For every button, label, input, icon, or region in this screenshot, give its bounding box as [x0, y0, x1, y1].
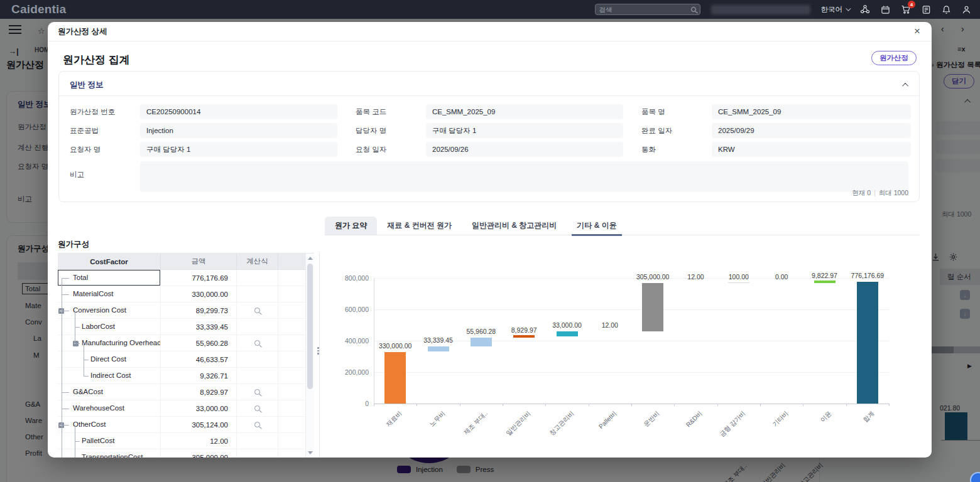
table-row[interactable]: OtherCost305,124.00: [58, 417, 314, 433]
language-selector[interactable]: 한국어: [821, 5, 850, 14]
formula-search-icon[interactable]: [254, 308, 260, 313]
splitter-handle-icon[interactable]: [317, 347, 319, 355]
costfactor-cell[interactable]: MaterialCost: [58, 286, 161, 302]
tab-2[interactable]: 재료 & 컨버전 원가: [377, 217, 462, 235]
formula-cell: [237, 270, 278, 286]
tree-guide-line: [75, 425, 75, 458]
field-value[interactable]: CE_SMM_2025_09: [712, 104, 911, 119]
costfactor-cell[interactable]: Indirect Cost: [58, 368, 161, 383]
field-value[interactable]: KRW: [712, 142, 911, 157]
table-row[interactable]: Total776,176.69: [58, 270, 314, 286]
amount-cell: 33,339.45: [161, 319, 237, 335]
field-label: 완료 일자: [641, 126, 712, 136]
costfactor-cell[interactable]: OtherCost: [58, 417, 161, 432]
formula-search-icon[interactable]: [254, 405, 260, 411]
field-value[interactable]: CE_SMM_2025_09: [426, 104, 623, 119]
table-row[interactable]: WarehouseCost33,000.00: [58, 400, 314, 417]
tab-1[interactable]: 원가 요약: [325, 217, 377, 235]
memo-icon[interactable]: [922, 5, 931, 14]
field-value[interactable]: 구매 담당자 1: [140, 142, 337, 157]
tree-item-label: WarehouseCost: [73, 400, 124, 416]
field-label: 요청 일자: [356, 145, 426, 154]
table-row[interactable]: PalletCost12.00: [58, 433, 314, 449]
scroll-up-icon[interactable]: [308, 257, 313, 260]
table-row[interactable]: Direct Cost46,633.57: [58, 351, 314, 368]
costfactor-cell[interactable]: LaborCost: [58, 319, 161, 335]
table-row[interactable]: Conversion Cost89,299.73: [58, 303, 314, 319]
formula-search-icon[interactable]: [254, 389, 260, 395]
user-icon[interactable]: [962, 5, 971, 14]
waterfall-bar[interactable]: [728, 282, 749, 283]
table-row[interactable]: G&ACost8,929.97: [58, 384, 314, 400]
y-axis-line: [374, 278, 374, 404]
field-value[interactable]: 구매 담당자 1: [426, 123, 623, 138]
waterfall-bar[interactable]: [471, 338, 492, 346]
formula-cell: [237, 303, 278, 318]
formula-cell: [237, 417, 278, 432]
panel-splitter[interactable]: [319, 253, 320, 458]
blank-cell: [278, 368, 305, 383]
waterfall-bar[interactable]: [513, 335, 535, 338]
section-title: 원가산정 집계: [63, 53, 130, 67]
blank-cell: [278, 303, 305, 318]
calendar-icon[interactable]: [881, 5, 890, 14]
remarks-textarea[interactable]: [140, 161, 908, 192]
waterfall-bar[interactable]: [384, 352, 406, 404]
close-icon[interactable]: ×: [914, 26, 920, 36]
formula-search-icon[interactable]: [254, 340, 260, 346]
scroll-down-icon[interactable]: [308, 451, 313, 454]
formula-search-icon[interactable]: [254, 422, 260, 427]
costfactor-cell[interactable]: G&ACost: [58, 384, 161, 400]
cart-icon[interactable]: 4: [901, 4, 911, 14]
tree-item-label: TransportationCost: [82, 449, 143, 458]
y-tick-label: 0: [325, 400, 369, 407]
scroll-thumb[interactable]: [307, 264, 313, 389]
amount-cell: 89,299.73: [161, 303, 237, 318]
search-input[interactable]: [599, 6, 691, 13]
table-row[interactable]: TransportationCost305,000.00: [58, 449, 314, 458]
table-row[interactable]: LaborCost33,339.45: [58, 319, 314, 335]
bell-icon[interactable]: [942, 5, 951, 14]
top-navbar: Caidentia 한국어 4: [0, 0, 980, 19]
costfactor-cell[interactable]: TransportationCost: [58, 449, 161, 458]
field-value[interactable]: CE20250900014: [140, 104, 337, 119]
table-row[interactable]: MaterialCost330,000.00: [58, 286, 314, 303]
tree-connector: [62, 409, 69, 409]
field-value[interactable]: Injection: [140, 123, 337, 138]
general-fields-grid: 원가산정 번호CE20250900014품목 코드CE_SMM_2025_09품…: [70, 104, 908, 157]
costfactor-cell[interactable]: Conversion Cost: [58, 303, 161, 318]
search-icon[interactable]: [691, 7, 696, 12]
x-tick: [589, 404, 589, 406]
tab-4[interactable]: 기타 & 이윤: [567, 217, 626, 235]
table-row[interactable]: Indirect Cost9,326.71: [58, 368, 314, 384]
form-field: 요청 일자2025/09/26: [356, 142, 623, 157]
form-field: 표준공법Injection: [70, 123, 337, 138]
field-value[interactable]: 2025/09/29: [712, 123, 911, 138]
waterfall-bar[interactable]: [642, 283, 663, 331]
costfactor-cell[interactable]: WarehouseCost: [58, 400, 161, 416]
field-value[interactable]: 2025/09/26: [426, 142, 623, 157]
table-scrollbar[interactable]: [305, 254, 314, 458]
waterfall-bar[interactable]: [814, 281, 836, 283]
divider: [59, 95, 919, 96]
x-tick: [416, 404, 417, 406]
column-formula: 계산식: [237, 254, 278, 269]
x-tick: [889, 404, 890, 406]
collapse-section-icon[interactable]: [902, 82, 908, 88]
form-field: 품목 코드CE_SMM_2025_09: [356, 104, 623, 119]
tab-3[interactable]: 일반관리비 & 창고관리비: [462, 217, 567, 235]
costfactor-cell[interactable]: Manufacturing OverheadCo: [58, 335, 161, 351]
cost-estimate-button[interactable]: 원가산정: [871, 51, 917, 65]
tree-connector: [62, 294, 69, 295]
network-icon[interactable]: [860, 4, 870, 14]
waterfall-bar[interactable]: [557, 331, 578, 336]
waterfall-bar[interactable]: [857, 282, 878, 404]
table-row[interactable]: Manufacturing OverheadCo55,960.28: [58, 335, 314, 351]
costfactor-cell[interactable]: Total: [58, 270, 161, 286]
x-axis-label: 노무비: [427, 409, 447, 429]
global-search[interactable]: [595, 4, 700, 15]
waterfall-bar[interactable]: [428, 346, 449, 351]
amount-cell: 305,000.00: [161, 449, 237, 458]
costfactor-cell[interactable]: Direct Cost: [58, 351, 161, 367]
costfactor-cell[interactable]: PalletCost: [58, 433, 161, 449]
